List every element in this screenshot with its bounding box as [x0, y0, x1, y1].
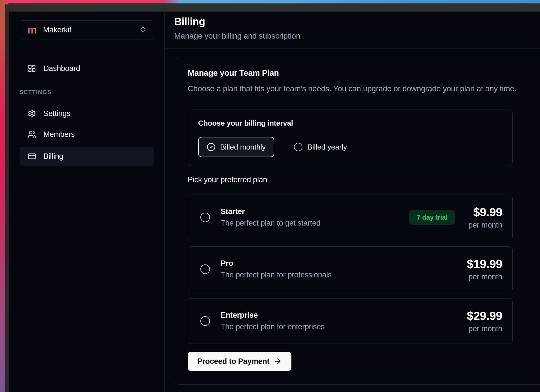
plan-price: $29.99	[467, 309, 502, 323]
plan-name: Starter	[221, 207, 320, 216]
plan-description: The perfect plan for enterprises	[221, 322, 325, 331]
radio-icon[interactable]	[200, 264, 210, 274]
card-title: Manage your Team Plan	[188, 68, 279, 78]
circle-check-icon	[207, 142, 216, 152]
wallpaper-left	[0, 0, 5, 392]
plan-description: The perfect plan to get started	[221, 219, 320, 228]
radio-icon[interactable]	[294, 143, 302, 151]
sidebar-item-label: Billing	[43, 152, 63, 161]
page-subtitle: Manage your billing and subscription	[174, 32, 300, 41]
credit-card-icon	[28, 152, 36, 161]
plan-description: The perfect plan for professionals	[221, 271, 332, 279]
sidebar-item-settings[interactable]: Settings	[20, 105, 154, 122]
team-plan-card: Manage your Team Plan Choose a plan that…	[175, 58, 540, 385]
plan-row-starter[interactable]: Starter The perfect plan to get started …	[188, 195, 513, 240]
window-left-edge	[5, 12, 9, 392]
window-titlebar[interactable]	[5, 4, 540, 12]
dashboard-icon	[28, 64, 36, 73]
plan-price: $19.99	[467, 257, 502, 271]
sidebar-item-billing[interactable]: Billing	[20, 147, 154, 166]
proceed-to-payment-label: Proceed to Payment	[197, 357, 269, 366]
sidebar-item-label: Settings	[43, 109, 70, 118]
arrow-right-icon	[273, 357, 282, 366]
sidebar-divider	[164, 11, 165, 392]
plans-heading: Pick your preferred plan	[188, 175, 267, 184]
workspace-name: Makerkit	[43, 26, 71, 34]
plan-row-pro[interactable]: Pro The perfect plan for professionals $…	[188, 246, 513, 292]
proceed-to-payment-button[interactable]: Proceed to Payment	[188, 352, 291, 371]
plan-price: $9.99	[473, 206, 502, 219]
sidebar-item-label: Dashboard	[43, 64, 80, 73]
billing-interval-heading: Choose your billing interval	[198, 119, 293, 128]
trial-badge: 7 day trial	[409, 210, 455, 225]
sidebar-item-label: Members	[43, 130, 75, 139]
gear-icon	[28, 109, 36, 118]
sidebar-section-label: SETTINGS	[20, 89, 52, 95]
plan-period: per month	[468, 273, 502, 281]
page-title: Billing	[174, 16, 205, 28]
plan-name: Enterprise	[221, 311, 325, 320]
plan-row-enterprise[interactable]: Enterprise The perfect plan for enterpri…	[188, 298, 513, 344]
users-icon	[28, 130, 36, 139]
plan-period: per month	[468, 324, 502, 333]
billed-yearly-label: Billed yearly	[307, 143, 347, 152]
card-description: Choose a plan that fits your team's need…	[188, 84, 516, 93]
billed-monthly-label: Billed monthly	[220, 143, 266, 152]
billing-interval-group: Choose your billing interval Billed mont…	[188, 110, 513, 166]
sidebar-item-dashboard[interactable]: Dashboard	[20, 60, 154, 77]
workspace-selector[interactable]: m Makerkit	[20, 20, 154, 39]
radio-icon[interactable]	[200, 316, 210, 326]
plan-name: Pro	[221, 259, 332, 268]
chevrons-up-down-icon	[139, 26, 147, 34]
desktop: m Makerkit Dashboard SETTINGS Settings M…	[0, 0, 540, 392]
header-divider	[165, 48, 540, 49]
radio-icon[interactable]	[200, 213, 210, 222]
makerkit-logo-icon: m	[27, 24, 37, 35]
sidebar-item-members[interactable]: Members	[20, 126, 154, 143]
billed-monthly-option[interactable]: Billed monthly	[198, 137, 274, 157]
plan-period: per month	[468, 221, 502, 230]
billed-yearly-option[interactable]: Billed yearly	[294, 143, 347, 152]
